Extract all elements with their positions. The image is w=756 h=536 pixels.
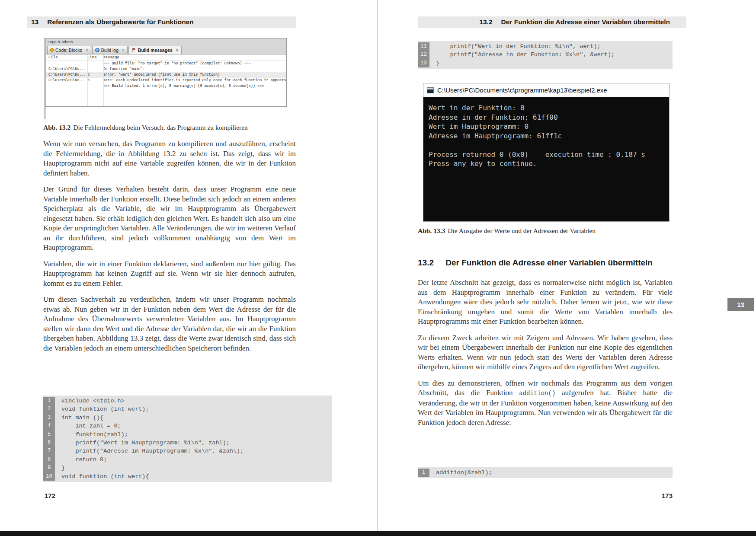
right-page-body: Der letzte Abschnitt hat gezeigt, dass e… (418, 278, 673, 434)
code-line-number: 5 (43, 431, 55, 439)
cell-message: In function 'main': (103, 67, 286, 72)
code-line-text: addition(&zahl); (429, 469, 492, 477)
build-log-icon (95, 48, 99, 52)
console-output-line: Process returned 0 (0x0) execution time … (429, 150, 669, 160)
column-header-line: Line (87, 54, 103, 61)
paragraph: Wenn wir nun versuchen, das Programm zu … (43, 139, 296, 178)
console-output-line: Adresse im Hauptprogramm: 61ff1c (429, 131, 669, 141)
code-line: 1 addition(&zahl); (418, 469, 673, 477)
code-line: 3 int main (){ (43, 414, 332, 422)
code-line-text: funktion(zahl); (55, 431, 128, 439)
codeblocks-icon (49, 48, 54, 52)
table-row[interactable]: === Build file: "no target" in "no proje… (46, 61, 286, 67)
code-line: 10 void funktion (int wert){ (43, 472, 332, 481)
table-row[interactable]: C:\Users\PC\Do... 8 note: each undeclare… (46, 78, 286, 83)
code-listing-left: 1 #include <stdio.h> 2 void funktion (in… (43, 396, 332, 482)
code-line-text: int zahl = 0; (55, 422, 121, 430)
figure-label: Abb. 13.3 (418, 227, 445, 234)
table-header-row: File Line Message (46, 54, 286, 61)
book-edge-bar (0, 531, 756, 536)
code-line: 12 printf("Adresse in der Funktion: %x\n… (418, 51, 673, 59)
table-row[interactable]: C:\Users\PC\Do... In function 'main': (46, 67, 286, 72)
code-line-text: printf("Wert in der Funktion: %i\n", wer… (429, 42, 601, 51)
cell-line (87, 83, 103, 89)
running-header-left: 13 Referenzen als Übergabewerte für Funk… (27, 16, 296, 28)
build-messages-flag-icon (131, 48, 136, 53)
logs-panel-title: Logs & others (45, 38, 286, 45)
figure-caption-13-3: Abb. 13.3Die Ausgabe der Werte und der A… (418, 227, 673, 235)
code-line: 8 return 0; (43, 456, 332, 464)
code-line-text: } (429, 59, 439, 67)
console-titlebar: C:\Users\PC\Documents\c\programme\kap13\… (423, 83, 669, 97)
page-number-left: 172 (45, 492, 55, 499)
code-line: 5 funktion(zahl); (43, 431, 332, 439)
tab-build-log[interactable]: Build log × (92, 46, 128, 54)
tab-build-messages[interactable]: Build messages × (128, 46, 182, 54)
cell-message: === Build failed: 1 error(s), 0 warning(… (103, 83, 286, 89)
code-line: 9 } (43, 464, 332, 472)
running-header-section-number: 13.2 (479, 18, 492, 26)
section-title: Der Funktion die Adresse einer Variablen… (445, 258, 653, 267)
left-page-body: Wenn wir nun versuchen, das Programm zu … (43, 139, 296, 360)
code-line-text: int main (){ (55, 414, 103, 422)
cell-message: === Build file: "no target" in "no proje… (103, 61, 286, 67)
chapter-thumb-tab: 13 (727, 298, 754, 311)
cell-file (48, 83, 87, 89)
cell-line (87, 67, 103, 72)
code-line: 13 } (418, 59, 673, 67)
code-line-text: printf("Wert im Hauptprogramm: %i\n", za… (55, 439, 230, 447)
tab-label: Code::Blocks (55, 48, 82, 53)
console-output-line: Press any key to continue. (429, 159, 669, 169)
close-icon[interactable]: × (122, 48, 125, 53)
cell-message: note: each undeclared identifier is repo… (103, 78, 286, 83)
page-number-right: 173 (418, 492, 673, 499)
code-line-number: 12 (418, 51, 429, 59)
code-line: 6 printf("Wert im Hauptprogramm: %i\n", … (43, 439, 332, 447)
code-line-number: 1 (43, 397, 55, 405)
build-message-rows: === Build file: "no target" in "no proje… (46, 61, 286, 89)
panel-border-tail (45, 107, 45, 119)
logs-panel-tabs: Code::Blocks × Build log × Build message… (45, 45, 286, 54)
code-line-number: 7 (43, 447, 55, 455)
code-line-number: 2 (43, 405, 55, 413)
inline-code: addition() (519, 390, 555, 397)
table-row[interactable]: === Build failed: 1 error(s), 0 warning(… (46, 83, 286, 89)
paragraph: Um dies zu demonstrieren, öffnen wir noc… (418, 379, 673, 428)
code-listing-bottom-right: 1 addition(&zahl); (418, 467, 673, 478)
cell-file (48, 61, 87, 67)
code-line-text: printf("Adresse in der Funktion: %x\n", … (429, 51, 615, 59)
tab-codeblocks[interactable]: Code::Blocks × (47, 46, 91, 54)
cell-file: C:\Users\PC\Do... (48, 67, 87, 72)
running-header-title: Referenzen als Übergabewerte für Funktio… (47, 18, 194, 26)
tab-label: Build log (101, 48, 119, 53)
section-heading-13-2: 13.2 Der Funktion die Adresse einer Vari… (418, 258, 673, 268)
build-messages-table: File Line Message === Build file: "no ta… (46, 54, 286, 106)
cell-line (87, 61, 103, 67)
console-output-line: Wert im Hauptprogramm: 0 (429, 122, 669, 131)
console-output-line: Adresse in der Funktion: 61ff00 (429, 113, 669, 122)
code-line-text: return 0; (55, 456, 107, 464)
paragraph: Zu diesem Zweck arbeiten wir mit Zeigern… (418, 333, 673, 372)
console-output: Wert in der Funktion: 0 Adresse in der F… (423, 97, 669, 221)
cell-message: error: 'wert' undeclared (first use in t… (103, 72, 286, 78)
section-number: 13.2 (418, 258, 434, 267)
code-line-number: 8 (43, 456, 55, 464)
console-title-path: C:\Users\PC\Documents\c\programme\kap13\… (437, 86, 607, 94)
close-icon[interactable]: × (86, 48, 88, 53)
table-row[interactable]: C:\Users\PC\Do... 8 error: 'wert' undecl… (46, 72, 286, 78)
close-icon[interactable]: × (176, 48, 179, 53)
running-header-chapter-number: 13 (31, 18, 38, 26)
code-line-number: 6 (43, 439, 55, 447)
code-line-text: void funktion (int wert){ (55, 472, 149, 481)
codeblocks-logs-panel: Logs & others Code::Blocks × Build log ×… (45, 38, 287, 107)
figure-caption-text: Die Fehlermeldung beim Versuch, das Prog… (73, 124, 247, 131)
column-divider (103, 54, 104, 106)
cell-file: C:\Users\PC\Do... (48, 72, 87, 78)
tab-label: Build messages (138, 48, 173, 53)
figure-caption-text: Die Ausgabe der Werte und der Adressen d… (448, 227, 596, 234)
running-header-title: Der Funktion die Adresse einer Variablen… (501, 18, 670, 26)
cell-file: C:\Users\PC\Do... (48, 78, 87, 83)
code-line: 2 void funktion (int wert); (43, 405, 332, 413)
paragraph: Variablen, die wir in einer Funktion dek… (43, 259, 296, 289)
code-line-number: 4 (43, 422, 55, 430)
